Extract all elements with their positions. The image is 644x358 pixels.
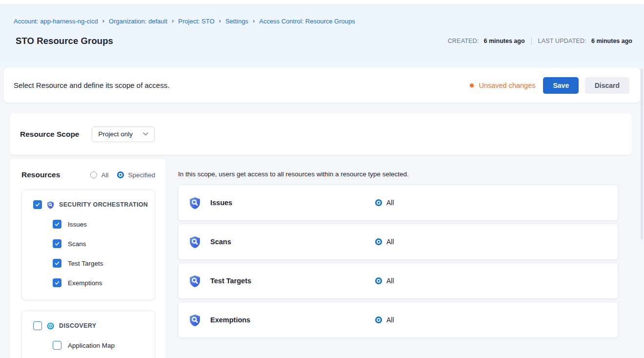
breadcrumb-account-link[interactable]: Account: app-harness-ng-cicd: [14, 18, 98, 25]
scans-all-radio[interactable]: All: [375, 238, 394, 246]
resource-card-title: Test Targets: [210, 277, 375, 285]
test-targets-all-radio[interactable]: All: [375, 277, 394, 285]
tree-item-scans: Scans: [53, 239, 150, 248]
resources-panel-title: Resources: [21, 170, 60, 179]
filter-specified-radio[interactable]: Specified: [117, 171, 155, 179]
created-value: 6 minutes ago: [484, 38, 525, 44]
breadcrumb-chevron-icon: ›: [102, 17, 104, 24]
breadcrumb: Account: app-harness-ng-cicd › Organizat…: [0, 4, 644, 25]
resource-card-issues: Issues All: [178, 185, 618, 221]
breadcrumb-access-control-link[interactable]: Access Control: Resource Groups: [259, 18, 355, 25]
checkmark-icon: [54, 241, 60, 247]
chevron-down-icon: [143, 132, 148, 136]
application-map-checkbox[interactable]: [53, 341, 61, 350]
resource-card-exemptions: Exemptions All: [178, 302, 618, 338]
sto-shield-icon: [188, 235, 201, 249]
application-map-label[interactable]: Application Map: [68, 342, 115, 349]
resource-card-title: Exemptions: [210, 316, 375, 324]
save-button[interactable]: Save: [543, 77, 579, 94]
scans-label[interactable]: Scans: [68, 240, 86, 248]
filter-specified-label: Specified: [128, 171, 155, 179]
breadcrumb-settings-link[interactable]: Settings: [225, 18, 248, 25]
resource-card-title: Issues: [210, 199, 375, 207]
access-all-label: All: [386, 277, 394, 285]
tree-item-exemptions: Exemptions: [53, 278, 150, 287]
test-targets-label[interactable]: Test Targets: [68, 260, 103, 267]
access-all-label: All: [386, 316, 394, 324]
sto-shield-icon: [188, 196, 201, 210]
resource-scope-card: Resource Scope Project only: [10, 113, 632, 155]
sto-shield-icon: [46, 201, 55, 209]
test-targets-checkbox[interactable]: [53, 259, 61, 268]
tree-item-test-targets: Test Targets: [53, 259, 150, 268]
resource-card-title: Scans: [210, 238, 375, 246]
radio-on-icon: [375, 277, 382, 284]
radio-off-icon: [90, 171, 97, 178]
exemptions-all-radio[interactable]: All: [375, 316, 394, 324]
access-all-label: All: [386, 199, 394, 207]
resource-card-scans: Scans All: [178, 224, 618, 260]
discovery-target-icon: [46, 322, 55, 330]
breadcrumb-chevron-icon: ›: [172, 17, 174, 24]
last-updated-label: LAST UPDATED:: [538, 38, 586, 44]
scope-note: In this scope, users get access to all r…: [178, 170, 632, 178]
page-header: Account: app-harness-ng-cicd › Organizat…: [0, 4, 644, 66]
checkmark-icon: [54, 280, 60, 286]
meta-divider: [531, 38, 532, 45]
resource-card-test-targets: Test Targets All: [178, 263, 618, 299]
resource-group-discovery: DISCOVERY Application Map: [21, 311, 155, 358]
radio-on-icon: [375, 238, 382, 245]
vertical-scrollbar-thumb[interactable]: [641, 68, 643, 239]
sto-shield-icon: [188, 274, 201, 288]
security-orchestration-checkbox[interactable]: [33, 200, 42, 209]
scope-detail-panel: In this scope, users get access to all r…: [178, 159, 632, 341]
filter-all-label: All: [101, 171, 108, 179]
unsaved-changes-label: Unsaved changes: [479, 82, 535, 89]
security-orchestration-label[interactable]: SECURITY ORCHESTRATION: [59, 201, 148, 208]
resource-group-security-orchestration: SECURITY ORCHESTRATION Issues: [21, 190, 155, 300]
breadcrumb-chevron-icon: ›: [253, 17, 255, 24]
last-updated-value: 6 minutes ago: [591, 38, 632, 44]
issues-checkbox[interactable]: [53, 220, 61, 229]
action-toolbar: Select Resource and define its scope of …: [4, 68, 640, 103]
resource-scope-selected-value: Project only: [98, 130, 133, 138]
tree-item-issues: Issues: [53, 220, 150, 229]
radio-on-icon: [375, 316, 382, 323]
issues-all-radio[interactable]: All: [375, 199, 394, 207]
page-title: STO Resource Groups: [16, 36, 113, 46]
exemptions-checkbox[interactable]: [53, 278, 61, 287]
resource-scope-select[interactable]: Project only: [92, 126, 155, 142]
issues-label[interactable]: Issues: [68, 221, 87, 228]
access-all-label: All: [386, 238, 394, 246]
discard-button[interactable]: Discard: [585, 77, 629, 94]
resources-panel: Resources All Specified: [10, 159, 166, 358]
resources-filter-radios: All Specified: [90, 171, 155, 179]
radio-on-icon: [117, 171, 124, 178]
created-label: CREATED:: [448, 38, 479, 44]
checkmark-icon: [35, 202, 40, 208]
sto-shield-icon: [188, 314, 201, 327]
unsaved-changes-status: Unsaved changes: [470, 82, 535, 89]
unsaved-dot-icon: [470, 84, 474, 87]
breadcrumb-project-link[interactable]: Project: STO: [178, 18, 214, 25]
instruction-text: Select Resource and define its scope of …: [14, 81, 169, 89]
breadcrumb-chevron-icon: ›: [219, 17, 221, 24]
tree-item-application-map: Application Map: [53, 341, 150, 350]
exemptions-label[interactable]: Exemptions: [68, 279, 102, 287]
breadcrumb-organization-link[interactable]: Organization: default: [109, 18, 167, 25]
discovery-checkbox[interactable]: [33, 321, 42, 330]
timestamps-meta: CREATED: 6 minutes ago LAST UPDATED: 6 m…: [448, 38, 632, 45]
radio-on-icon: [375, 199, 382, 206]
resource-scope-label: Resource Scope: [20, 130, 79, 139]
discovery-label[interactable]: DISCOVERY: [59, 322, 96, 329]
scans-checkbox[interactable]: [53, 239, 61, 248]
filter-all-radio[interactable]: All: [90, 171, 108, 179]
window-top-strip: [0, 0, 644, 4]
checkmark-icon: [54, 260, 60, 266]
checkmark-icon: [54, 221, 60, 227]
